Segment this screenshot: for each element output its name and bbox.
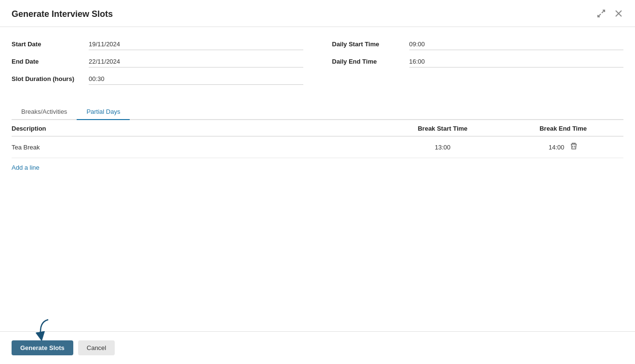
row-break-end-value: 14:00 [549, 144, 565, 151]
row-break-end: 14:00 [503, 142, 623, 152]
form-left: Start Date 19/11/2024 End Date 22/11/202… [12, 40, 303, 93]
end-date-value[interactable]: 22/11/2024 [89, 58, 303, 67]
end-date-label: End Date [12, 58, 89, 65]
daily-end-time-value[interactable]: 16:00 [409, 58, 624, 67]
add-line-button[interactable]: Add a line [12, 158, 40, 177]
table-row: Tea Break 13:00 14:00 [12, 136, 623, 158]
table-section: Description Break Start Time Break End T… [12, 120, 623, 177]
start-date-value[interactable]: 19/11/2024 [89, 40, 303, 50]
modal-body: Start Date 19/11/2024 End Date 22/11/202… [0, 27, 635, 254]
modal-header: Generate Interview Slots [0, 0, 635, 27]
tab-partial-days[interactable]: Partial Days [77, 104, 130, 120]
col-break-end: Break End Time [503, 125, 623, 132]
tabs-bar: Breaks/Activities Partial Days [12, 104, 623, 120]
row-break-start: 13:00 [382, 144, 503, 151]
form-right: Daily Start Time 09:00 Daily End Time 16… [332, 40, 624, 93]
start-date-label: Start Date [12, 40, 89, 48]
arrow-indicator [34, 317, 53, 341]
slot-duration-row: Slot Duration (hours) 00:30 [12, 75, 303, 90]
daily-start-time-label: Daily Start Time [332, 40, 409, 48]
daily-start-time-value[interactable]: 09:00 [409, 40, 624, 50]
col-description: Description [12, 125, 382, 132]
expand-icon[interactable] [596, 9, 606, 20]
slot-duration-value[interactable]: 00:30 [89, 75, 303, 85]
close-icon[interactable] [614, 9, 623, 20]
modal-title: Generate Interview Slots [12, 9, 113, 19]
daily-end-time-row: Daily End Time 16:00 [332, 58, 624, 72]
daily-end-time-label: Daily End Time [332, 58, 409, 65]
delete-row-icon[interactable] [570, 142, 578, 152]
generate-slots-button[interactable]: Generate Slots [12, 340, 73, 355]
header-icons [596, 9, 623, 20]
slot-duration-label: Slot Duration (hours) [12, 75, 89, 82]
row-description: Tea Break [12, 144, 382, 151]
tabs-section: Breaks/Activities Partial Days Descripti… [12, 104, 623, 177]
form-grid: Start Date 19/11/2024 End Date 22/11/202… [12, 40, 623, 93]
modal-container: Generate Interview Slots [0, 0, 635, 364]
start-date-row: Start Date 19/11/2024 [12, 40, 303, 55]
end-date-row: End Date 22/11/2024 [12, 58, 303, 72]
modal-footer: Generate Slots Cancel [0, 331, 635, 364]
table-header: Description Break Start Time Break End T… [12, 120, 623, 136]
cancel-button[interactable]: Cancel [78, 340, 115, 355]
tab-breaks-activities[interactable]: Breaks/Activities [12, 104, 77, 120]
col-break-start: Break Start Time [382, 125, 503, 132]
daily-start-time-row: Daily Start Time 09:00 [332, 40, 624, 55]
